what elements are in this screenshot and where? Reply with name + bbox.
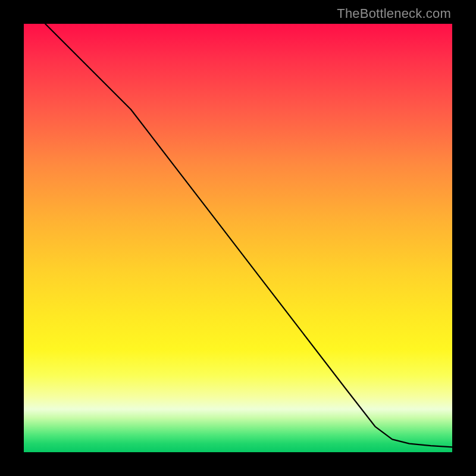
chart-frame: TheBottleneck.com <box>0 0 476 476</box>
plot-area <box>24 24 452 452</box>
bottleneck-curve <box>24 24 452 452</box>
curve-path <box>45 24 452 447</box>
watermark-text: TheBottleneck.com <box>337 6 451 21</box>
